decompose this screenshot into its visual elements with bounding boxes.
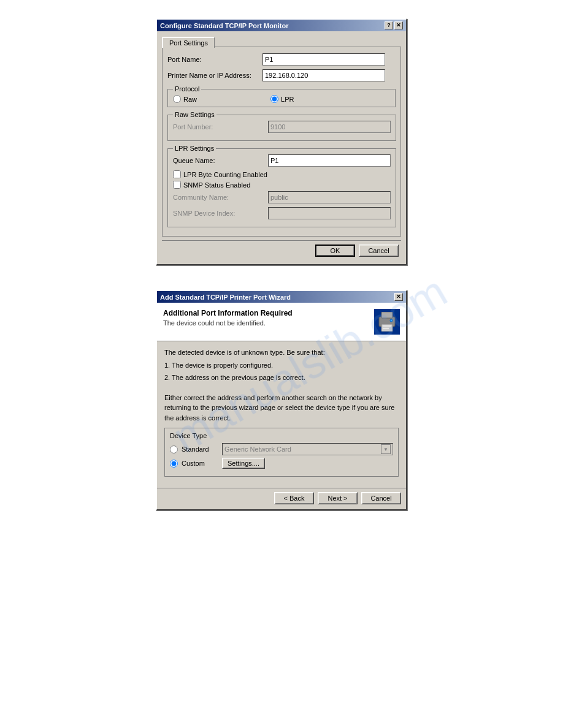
raw-settings-legend: Raw Settings (173, 111, 216, 118)
snmp-device-index-label: SNMP Device Index: (173, 210, 268, 217)
printer-ip-input[interactable] (262, 69, 385, 82)
custom-row: Custom Settings.... (170, 458, 393, 469)
wizard-printer-icon (374, 309, 400, 335)
community-name-label: Community Name: (173, 194, 268, 201)
port-name-row: Port Name: (167, 53, 396, 66)
lpr-byte-counting-row: LPR Byte Counting Enabled (173, 170, 391, 178)
dialog1-titlebar: Configure Standard TCP/IP Port Monitor ?… (157, 20, 406, 31)
settings-button[interactable]: Settings.... (222, 458, 265, 469)
wizard-dialog: Add Standard TCP/IP Printer Port Wizard … (156, 290, 407, 510)
titlebar-controls-1: ? ✕ (385, 21, 403, 29)
body-text-1: The detected device is of unknown type. … (164, 347, 399, 358)
queue-name-input[interactable] (268, 154, 391, 167)
next-button[interactable]: Next > (318, 492, 358, 504)
body-text-3: 2. The address on the previous page is c… (164, 373, 399, 383)
community-name-input (268, 191, 391, 203)
svg-rect-4 (383, 328, 389, 329)
port-number-label: Port Number: (173, 123, 268, 131)
printer-ip-label: Printer Name or IP Address: (167, 72, 262, 79)
custom-radio[interactable] (170, 460, 178, 468)
standard-label: Standard (182, 446, 218, 453)
wizard-body: The detected device is of unknown type. … (157, 341, 406, 488)
queue-name-label: Queue Name: (173, 157, 268, 164)
dialog1-buttons: OK Cancel (162, 240, 401, 259)
tab-container-1: Port Settings (162, 36, 401, 47)
cancel-button-2[interactable]: Cancel (361, 492, 401, 504)
raw-settings-fieldset: Raw Settings Port Number: (167, 111, 396, 141)
lpr-label: LPR (281, 96, 294, 103)
snmp-device-index-row: SNMP Device Index: (173, 207, 391, 219)
raw-label: Raw (183, 96, 197, 103)
lpr-byte-counting-checkbox[interactable] (173, 170, 181, 178)
standard-row: Standard Generic Network Card ▼ (170, 443, 393, 455)
device-type-section: Device Type Standard Generic Network Car… (164, 428, 399, 477)
dialog2-title: Add Standard TCP/IP Printer Port Wizard (160, 294, 291, 301)
svg-point-5 (390, 319, 393, 322)
standard-dropdown: Generic Network Card ▼ (222, 443, 393, 455)
dropdown-arrow: ▼ (381, 444, 391, 454)
lpr-settings-fieldset: LPR Settings Queue Name: LPR Byte Counti… (167, 145, 396, 227)
titlebar-controls-2: ✕ (394, 293, 403, 301)
port-number-row: Port Number: (173, 121, 391, 133)
snmp-status-label: SNMP Status Enabled (183, 181, 250, 189)
page-container: Configure Standard TCP/IP Port Monitor ?… (0, 0, 563, 529)
dialog2-close-btn[interactable]: ✕ (394, 293, 403, 301)
community-name-row: Community Name: (173, 191, 391, 203)
port-name-label: Port Name: (167, 56, 262, 63)
cancel-button-1[interactable]: Cancel (359, 245, 399, 257)
raw-radio[interactable] (173, 95, 181, 103)
tab-port-settings[interactable]: Port Settings (162, 37, 215, 48)
port-number-input (268, 121, 391, 133)
body-text-4: Either correct the address and perform a… (164, 393, 399, 423)
dialog1-help-btn[interactable]: ? (385, 21, 393, 29)
device-type-label: Device Type (170, 432, 207, 439)
standard-dropdown-value: Generic Network Card (224, 446, 291, 453)
wizard-header: Additional Port Information Required The… (157, 303, 406, 341)
dialog1-title: Configure Standard TCP/IP Port Monitor (160, 22, 288, 29)
back-button[interactable]: < Back (274, 492, 314, 504)
dialog1-close-btn[interactable]: ✕ (394, 21, 403, 29)
wizard-buttons: < Back Next > Cancel (157, 488, 406, 509)
protocol-legend: Protocol (173, 85, 201, 93)
lpr-byte-counting-label: LPR Byte Counting Enabled (183, 171, 267, 178)
raw-radio-item: Raw (173, 95, 197, 103)
lpr-settings-legend: LPR Settings (173, 145, 216, 152)
standard-radio[interactable] (170, 446, 178, 453)
configure-tcpip-dialog: Configure Standard TCP/IP Port Monitor ?… (156, 18, 407, 265)
wizard-header-text: Additional Port Information Required The… (163, 309, 369, 327)
wizard-header-subtitle: The device could not be identified. (163, 319, 369, 327)
tab-content-1: Port Name: Printer Name or IP Address: P… (162, 47, 401, 237)
custom-label: Custom (182, 460, 218, 467)
lpr-radio[interactable] (270, 95, 278, 103)
snmp-status-row: SNMP Status Enabled (173, 181, 391, 189)
protocol-radio-group: Raw LPR (173, 95, 390, 103)
ok-button[interactable]: OK (315, 245, 355, 257)
printer-ip-row: Printer Name or IP Address: (167, 69, 396, 82)
wizard-header-title: Additional Port Information Required (163, 309, 369, 317)
svg-rect-3 (383, 325, 391, 327)
svg-rect-1 (381, 312, 393, 318)
port-name-input[interactable] (262, 53, 385, 66)
dialog1-body: Port Settings Port Name: Printer Name or… (157, 31, 406, 264)
device-type-legend: Device Type (170, 432, 393, 439)
queue-name-row: Queue Name: (173, 154, 391, 167)
body-text-2: 1. The device is properly configured. (164, 360, 399, 371)
protocol-fieldset: Protocol Raw LPR (167, 85, 396, 107)
lpr-radio-item: LPR (270, 95, 294, 103)
snmp-device-index-input (268, 207, 391, 219)
dialog2-titlebar: Add Standard TCP/IP Printer Port Wizard … (157, 291, 406, 303)
snmp-status-checkbox[interactable] (173, 181, 181, 189)
